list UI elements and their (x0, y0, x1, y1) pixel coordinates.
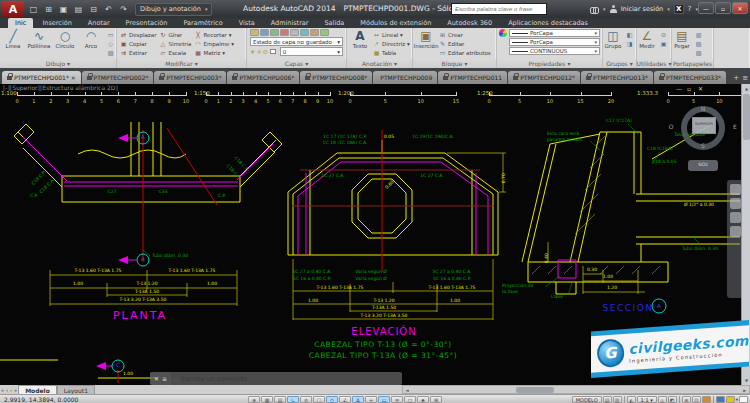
tab-model[interactable]: Modelo (18, 385, 57, 394)
customize-icon[interactable]: ≡ (162, 375, 167, 382)
layer-tool-icon[interactable] (270, 29, 279, 36)
modify-tool-button[interactable]: ⇉ Estirar (120, 48, 156, 57)
scroll-up-icon[interactable]: ▲ (742, 84, 750, 93)
new-tab-icon[interactable]: + (733, 74, 739, 82)
status-control[interactable] (624, 396, 625, 403)
paste-button[interactable]: ▤ Pegar (672, 28, 692, 49)
status-control[interactable]: ▾ (736, 397, 738, 402)
clipboard-mini-button[interactable]: ▥ (693, 30, 704, 38)
modify-tool-button[interactable]: ◠ Empalme ▾ (194, 39, 233, 48)
property-icon[interactable] (499, 47, 507, 55)
status-toggle-button[interactable]: ▤ (274, 396, 286, 403)
autocad-logo[interactable]: A (2, 1, 24, 17)
status-toggle-button[interactable]: ▭ (378, 396, 390, 403)
status-toggle-button[interactable]: ▢ (313, 396, 325, 403)
close-button[interactable]: ✕ (732, 2, 748, 14)
ribbon-tab[interactable]: Paramétrico (176, 18, 229, 28)
property-dropdown[interactable]: PorCapa ▾ (509, 29, 600, 37)
layer-state-dropdown[interactable]: Estado de capa no guardado▾ (250, 37, 343, 46)
draw-tool-button[interactable]: ∿ Polilínea (26, 28, 52, 49)
status-control[interactable] (726, 396, 735, 403)
property-dropdown[interactable]: CONTINUOUS ▾ (509, 47, 600, 55)
file-tab[interactable]: PTMPTECHPD008* (300, 71, 372, 84)
status-toggle-button[interactable]: ▦ (261, 396, 273, 403)
quick-access-icon[interactable]: □ (27, 3, 40, 16)
status-control[interactable] (679, 396, 680, 403)
search-input[interactable] (451, 3, 547, 15)
minimize-button[interactable]: — (698, 2, 714, 14)
layer-dropdown[interactable]: 0▾ (280, 47, 343, 56)
restore-button[interactable]: ▫ (715, 2, 731, 14)
ribbon-tab[interactable]: Salida (317, 18, 351, 28)
drawing-canvas[interactable]: 1:1000123456789101:1500123456789101:2000… (0, 84, 750, 385)
status-control[interactable] (713, 396, 714, 403)
quick-access-icon[interactable]: ⊞ (42, 3, 55, 16)
ribbon-tab[interactable]: Inic (8, 18, 33, 28)
file-tab[interactable]: PTMPTECHPD001* ✕ (2, 71, 81, 84)
quick-access-icon[interactable]: ⊟ (87, 3, 100, 16)
tab-layout1[interactable]: Layout1 (57, 385, 95, 394)
status-toggle-button[interactable]: ⊘ (300, 396, 312, 403)
scroll-right-icon[interactable]: ► (741, 386, 749, 394)
modify-tool-button[interactable]: ⇄ Desplazar (120, 30, 156, 39)
insert-block-button[interactable]: ▣ Inserción (413, 28, 439, 49)
status-toggle-button[interactable]: ∆ (352, 396, 364, 403)
panel-caption[interactable]: Modificar▾ (117, 59, 246, 68)
status-control[interactable]: ⊡ (692, 396, 701, 403)
viewcube[interactable] (692, 117, 716, 134)
quick-access-icon[interactable]: ▣ (57, 3, 70, 16)
file-tab[interactable]: PTMPTECHPD006* (227, 71, 299, 84)
utility-mini-button[interactable]: ▣ (658, 39, 669, 47)
workspace-dropdown[interactable]: Dibujo y anotación ▾ (135, 3, 212, 16)
ribbon-tab[interactable]: Anotar (81, 18, 117, 28)
status-toggle-button[interactable]: ≡ (391, 396, 403, 403)
modify-tool-button[interactable]: ▣ Copiar (120, 39, 156, 48)
measure-button[interactable]: ∠ Medir (637, 28, 657, 49)
layer-tool-icon[interactable] (280, 29, 289, 36)
block-tool-button[interactable]: ⊞ Crear (439, 30, 491, 39)
panel-caption[interactable]: Utilidades▾ (637, 59, 671, 68)
file-tab[interactable]: PTMPTECHPD011 (438, 71, 507, 84)
property-dropdown[interactable]: PorCapa ▾ (509, 38, 600, 46)
panel-caption[interactable]: Bloque▾ (413, 59, 496, 68)
block-tool-button[interactable]: ▭ Editar atributos (439, 48, 491, 57)
layer-tool-icon[interactable] (290, 29, 299, 36)
clipboard-mini-button[interactable]: ▨ (693, 48, 704, 56)
annotation-tool-button[interactable]: ▦ Tabla (373, 48, 410, 57)
ribbon-tab[interactable]: Vista (232, 18, 262, 28)
status-control[interactable] (716, 396, 725, 403)
status-toggle-button[interactable]: + (365, 396, 377, 403)
status-control[interactable]: 1:1 ▾ (637, 396, 657, 403)
file-tab[interactable]: PTMPTECHPD003* (154, 71, 226, 84)
scrollbar-thumb[interactable] (516, 387, 554, 393)
layer-tool-icon[interactable] (260, 29, 269, 36)
orbit-icon[interactable] (730, 226, 741, 237)
group-mini-button[interactable]: ◨ (624, 39, 635, 47)
file-tab[interactable]: PTMPTECHPD009 (373, 71, 437, 84)
clipboard-mini-button[interactable]: ▧ (693, 39, 704, 47)
quick-access-icon[interactable]: ↶ (102, 3, 115, 16)
file-tab[interactable]: PTMPTECHPD033* (654, 71, 726, 84)
file-tab[interactable]: PTMPTECHPD002* (82, 71, 154, 84)
zoom-icon[interactable] (730, 212, 741, 223)
status-control[interactable] (702, 396, 711, 403)
panel-caption[interactable]: Capas▾ (247, 59, 346, 68)
modify-tool-button[interactable]: ↻ Girar (159, 30, 191, 39)
property-icon[interactable] (499, 29, 507, 37)
status-control[interactable]: ◭ (627, 396, 636, 403)
file-tab[interactable]: PTMPTECHPD012* (508, 71, 580, 84)
modify-tool-button[interactable]: ▦ Matriz ▾ (194, 48, 233, 57)
status-control[interactable]: ⊛ (682, 396, 691, 403)
command-line[interactable]: ✕ ≡ ▸ Escriba un comando (150, 372, 402, 385)
draw-mini-button[interactable]: ◇ (105, 39, 116, 47)
panel-caption[interactable]: Anotación▾ (347, 59, 412, 68)
exchange-apps-icon[interactable]: X (674, 4, 684, 14)
quick-access-icon[interactable]: ▤ (72, 3, 85, 16)
scrollbar-thumb[interactable] (743, 94, 750, 140)
utility-mini-button[interactable]: ⊙ (658, 30, 669, 38)
file-tab[interactable]: PTMPTECHPD013* (581, 71, 653, 84)
ucs-dropdown[interactable] (688, 160, 718, 171)
draw-mini-button[interactable]: ▨ (105, 48, 116, 56)
text-tool-button[interactable]: A Texto (347, 28, 373, 49)
layer-tool-icon[interactable] (310, 29, 319, 36)
